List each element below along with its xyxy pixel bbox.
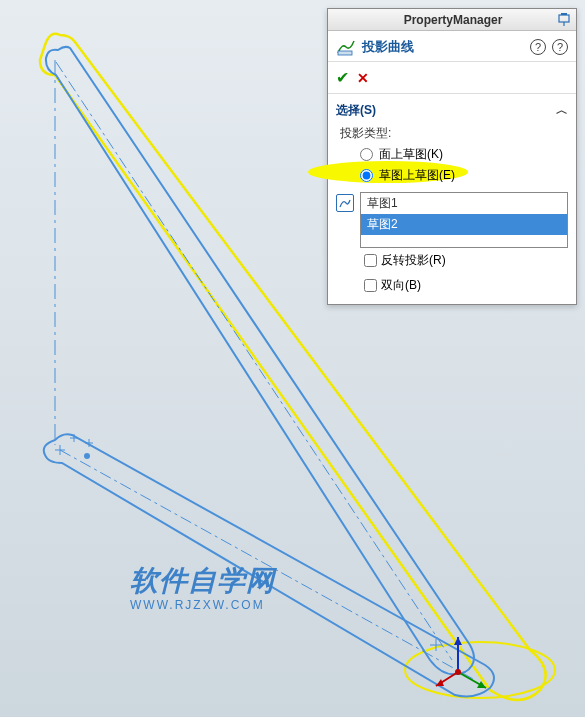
- projected-curve-icon: [336, 37, 356, 57]
- help-detailed-icon[interactable]: ?: [552, 39, 568, 55]
- checkbox-bidirectional-input[interactable]: [364, 279, 377, 292]
- feature-header-row: 投影曲线 ? ?: [328, 31, 576, 62]
- panel-titlebar: PropertyManager: [328, 9, 576, 31]
- radio-on-sketch[interactable]: 草图上草图(E): [360, 165, 568, 186]
- radio-on-sketch-input[interactable]: [360, 169, 373, 182]
- pin-icon[interactable]: [556, 12, 572, 28]
- selection-icon[interactable]: [336, 194, 354, 212]
- watermark: 软件自学网 WWW.RJZXW.COM: [130, 562, 275, 612]
- section-header-label: 选择(S): [336, 102, 376, 119]
- svg-rect-21: [561, 13, 567, 15]
- watermark-text-en: WWW.RJZXW.COM: [130, 598, 275, 612]
- checkbox-reverse-input[interactable]: [364, 254, 377, 267]
- cancel-button[interactable]: ✕: [357, 70, 369, 86]
- collapse-icon[interactable]: ︿: [556, 102, 568, 119]
- checkbox-bidirectional-label: 双向(B): [381, 277, 421, 294]
- selection-list[interactable]: 草图1 草图2: [360, 192, 568, 248]
- projection-type-label: 投影类型:: [340, 125, 568, 142]
- svg-rect-22: [338, 51, 352, 55]
- svg-rect-19: [559, 15, 569, 22]
- help-icon[interactable]: ?: [530, 39, 546, 55]
- property-manager-panel: PropertyManager 投影曲线 ? ? ✔ ✕ 选择(S): [327, 8, 577, 305]
- section-header[interactable]: 选择(S) ︿: [336, 100, 568, 123]
- checkbox-bidirectional[interactable]: 双向(B): [364, 273, 568, 298]
- checkbox-reverse[interactable]: 反转投影(R): [364, 248, 568, 273]
- selection-section: 选择(S) ︿ 投影类型: 面上草图(K) 草图上草图(E) 草图1 草图2: [328, 94, 576, 304]
- watermark-text-cn: 软件自学网: [130, 562, 275, 600]
- radio-on-sketch-label: 草图上草图(E): [379, 167, 455, 184]
- list-item[interactable]: 草图1: [361, 193, 567, 214]
- ok-button[interactable]: ✔: [336, 68, 349, 87]
- panel-title: PropertyManager: [350, 13, 556, 27]
- svg-point-0: [405, 642, 555, 698]
- svg-point-9: [84, 453, 90, 459]
- svg-point-18: [455, 669, 461, 675]
- ok-cancel-row: ✔ ✕: [328, 62, 576, 94]
- radio-on-face-input[interactable]: [360, 148, 373, 161]
- selection-box-row: 草图1 草图2: [336, 192, 568, 248]
- list-item[interactable]: 草图2: [361, 214, 567, 235]
- checkbox-reverse-label: 反转投影(R): [381, 252, 446, 269]
- feature-name: 投影曲线: [362, 38, 414, 56]
